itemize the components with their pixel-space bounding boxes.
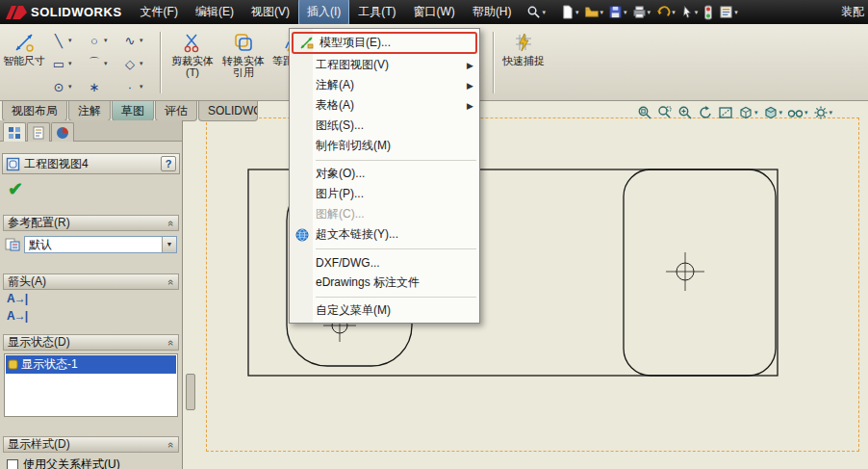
trim-entities-label: 剪裁实体(T) (171, 55, 214, 78)
menu-file[interactable]: 文件(F) (132, 0, 187, 25)
dropdown-caret-icon: ▾ (779, 109, 783, 117)
group-header-display-state[interactable]: 显示状态(D) « (3, 334, 179, 351)
scrollbar-thumb[interactable] (186, 374, 195, 410)
menu-help[interactable]: 帮助(H) (464, 0, 521, 25)
menu-item-dxf-dwg[interactable]: DXF/DWG... (290, 252, 479, 273)
menu-tools[interactable]: 工具(T) (349, 0, 404, 25)
view-settings-button[interactable]: ▾ (811, 104, 835, 121)
submenu-arrow-icon: ▶ (467, 61, 473, 70)
panel-tabs (0, 120, 182, 142)
menu-insert[interactable]: 插入(I) (298, 0, 349, 25)
assembly-label: 装配 (841, 4, 868, 20)
group-display-state: 显示状态(D) « 显示状态-1 (3, 334, 179, 417)
tab-solidworks-addins[interactable]: SOLIDWORKS 插件 (198, 101, 258, 121)
tab-sketch[interactable]: 草图 (112, 101, 154, 121)
group-header-display-style[interactable]: 显示样式(D) « (3, 436, 179, 453)
group-header-label: 箭头(A) (8, 274, 168, 290)
display-style-button[interactable]: ▾ (761, 104, 785, 121)
combo-dropdown-button[interactable]: ▼ (162, 237, 176, 252)
view-orientation-button[interactable]: ▾ (736, 104, 760, 121)
arrow-style-button[interactable]: A→| (7, 309, 27, 323)
smart-dimension-button[interactable]: 智能尺寸 (2, 27, 46, 98)
point-tool-button[interactable]: ∗ (84, 75, 119, 98)
quick-snap-button[interactable]: 快速捕捉 (500, 27, 547, 98)
zoom-in-out-button[interactable] (676, 104, 695, 121)
display-state-list[interactable]: 显示状态-1 (4, 353, 178, 417)
menu-separator (316, 248, 476, 249)
circle-tool-button[interactable]: ○▾ (84, 29, 119, 52)
configuration-select[interactable]: 默认 ▼ (24, 236, 177, 253)
display-state-icon (8, 359, 18, 370)
hide-show-items-button[interactable]: ▾ (785, 104, 810, 121)
options-button[interactable]: ▾ (718, 4, 739, 20)
displaymanager-tab[interactable] (51, 122, 74, 142)
undo-button[interactable]: ▾ (654, 4, 677, 20)
menu-view[interactable]: 视图(V) (243, 0, 298, 25)
centerline-tool-button[interactable]: ∙▾ (119, 75, 155, 98)
arc-tool-button[interactable]: ⌒▾ (84, 52, 119, 75)
zoom-area-button[interactable] (655, 104, 675, 121)
slot-tool-button[interactable]: ⊙▾ (48, 75, 84, 98)
menu-item-annotations[interactable]: 注解(A) ▶ (290, 75, 479, 95)
group-header-arrow[interactable]: 箭头(A) « (3, 274, 179, 290)
menu-edit[interactable]: 编辑(E) (187, 0, 243, 25)
titlebar: SOLIDWORKS 文件(F) 编辑(E) 视图(V) 插入(I) 工具(T)… (0, 0, 868, 24)
collapse-chevron-icon: « (166, 441, 177, 447)
save-button[interactable]: ▾ (607, 4, 628, 20)
search-button[interactable]: ▾ (521, 5, 552, 19)
rotate-view-button[interactable] (696, 104, 715, 121)
menu-item-drawing-view[interactable]: 工程图视图(V) ▶ (290, 55, 479, 75)
dropdown-caret-icon: ▾ (672, 9, 676, 16)
ok-check-button[interactable]: ✔ (8, 178, 23, 200)
tab-evaluate[interactable]: 评估 (155, 101, 197, 121)
submenu-arrow-icon: ▶ (467, 81, 473, 91)
trim-entities-button[interactable]: 剪裁实体(T) (169, 27, 216, 98)
line-tool-button[interactable]: ╲▾ (48, 29, 84, 52)
ellipse-tool-button[interactable]: ◇▾ (119, 52, 155, 75)
list-item[interactable]: 显示状态-1 (6, 355, 176, 374)
undo-icon (655, 5, 671, 19)
menu-item-label: 工程图视图(V) (312, 57, 467, 73)
print-button[interactable]: ▾ (631, 4, 652, 20)
circle-icon: ○ (87, 34, 102, 48)
submenu-arrow-icon: ▶ (467, 101, 473, 111)
tab-view-layout[interactable]: 视图布局 (2, 101, 67, 121)
menu-item-object[interactable]: 对象(O)... (290, 164, 479, 184)
menu-item-label: 图解(C)... (312, 206, 473, 222)
displaymanager-tab-icon (56, 126, 69, 140)
arrow-style-button[interactable]: A→| (7, 292, 27, 305)
menu-item-edrawings-markup[interactable]: eDrawings 标注文件 (290, 273, 479, 293)
menu-item-model-items[interactable]: 模型项目(E)... (292, 32, 477, 54)
rebuild-button[interactable] (702, 4, 715, 21)
quick-snap-label: 快速捕捉 (502, 55, 545, 66)
menu-item-schematic: 图解(C)... (290, 204, 479, 224)
section-view-button[interactable] (716, 104, 735, 121)
new-document-button[interactable]: ▾ (559, 4, 580, 20)
help-button[interactable]: ? (161, 156, 176, 171)
menu-item-customize-menu[interactable]: 自定义菜单(M) (290, 300, 479, 321)
menu-item-make-section-line[interactable]: 制作剖切线(M) (290, 136, 479, 156)
drawing-view (183, 120, 868, 469)
convert-entities-button[interactable]: 转换实体引用 (219, 27, 268, 98)
zoom-fit-button[interactable] (635, 104, 654, 121)
configurationmanager-tab[interactable] (27, 122, 50, 142)
menu-item-tables[interactable]: 表格(A) ▶ (290, 95, 479, 116)
tab-annotation[interactable]: 注解 (68, 101, 111, 121)
rectangle-tool-button[interactable]: ▭▾ (48, 52, 84, 75)
menu-item-label: DXF/DWG... (312, 256, 473, 270)
menu-item-picture[interactable]: 图片(P)... (290, 184, 479, 204)
menu-item-hyperlink[interactable]: 超文本链接(Y)... (290, 224, 479, 245)
select-tool-button[interactable]: ▾ (679, 4, 700, 20)
menu-item-label: 制作剖切线(M) (312, 138, 473, 154)
use-parent-style-checkbox[interactable] (7, 459, 18, 469)
open-button[interactable]: ▾ (583, 4, 605, 20)
solidworks-logo: SOLIDWORKS (0, 5, 132, 20)
menu-window[interactable]: 窗口(W) (405, 0, 464, 25)
dropdown-caret-icon: ▾ (68, 83, 72, 91)
group-header-reference-configuration[interactable]: 参考配置(R) « (3, 215, 179, 231)
solidworks-logo-icon (5, 5, 28, 20)
arc-icon: ⌒ (87, 55, 102, 72)
propertymanager-tab[interactable] (3, 122, 26, 142)
spline-tool-button[interactable]: ∿▾ (119, 29, 155, 52)
menu-item-sheet[interactable]: 图纸(S)... (290, 116, 479, 136)
